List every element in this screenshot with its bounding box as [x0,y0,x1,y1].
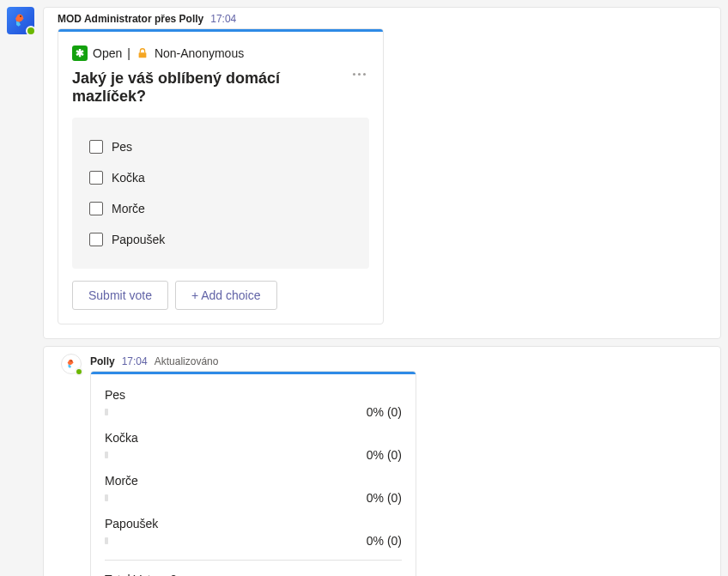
svg-point-2 [70,361,71,361]
result-item: Kočka 0% (0) [105,431,402,462]
poll-option[interactable]: Papoušek [72,224,369,255]
result-percent: 0% (0) [367,534,402,548]
svg-rect-1 [139,52,147,58]
result-progress-bar [105,494,108,501]
poll-status-row: ✱ Open | Non-Anonymous [72,45,369,61]
checkbox-icon[interactable] [89,171,103,185]
result-progress-bar [105,452,108,458]
option-label: Pes [112,140,132,154]
result-item: Pes 0% (0) [105,388,402,419]
checkbox-icon[interactable] [89,140,103,154]
poll-message: MOD Administrator přes Polly 17:04 ✱ Ope… [0,0,728,339]
checkbox-icon[interactable] [89,202,103,215]
result-percent: 0% (0) [367,448,402,462]
results-message: Polly 17:04 Aktualizováno Pes 0% (0) Koč [44,347,720,576]
result-item: Papoušek 0% (0) [105,517,402,548]
open-badge-icon: ✱ [72,45,88,61]
updated-label: Aktualizováno [155,355,219,367]
status-open-text: Open [93,46,122,60]
message-timestamp: 17:04 [122,355,148,367]
option-label: Kočka [112,171,145,185]
result-percent: 0% (0) [367,405,402,419]
option-label: Papoušek [112,233,165,246]
option-label: Morče [112,202,145,215]
presence-available-icon [26,26,36,36]
status-anon-text: Non-Anonymous [155,46,244,60]
result-progress-bar [105,409,108,415]
result-item: Morče 0% (0) [105,474,402,505]
total-votes: Total Votes: 0 [105,573,402,576]
result-label: Papoušek [105,517,402,531]
message-timestamp: 17:04 [210,13,236,25]
presence-available-icon [75,367,83,376]
sender-name: Polly [90,355,115,367]
poll-options-list: Pes Kočka Morče Papoušek [72,118,369,269]
svg-point-0 [20,15,21,17]
result-percent: 0% (0) [367,491,402,505]
more-options-button[interactable] [349,70,369,79]
result-progress-bar [105,537,108,544]
result-label: Kočka [105,431,402,445]
submit-vote-button[interactable]: Submit vote [72,281,168,310]
thread-wrapper: Polly 17:04 Aktualizováno Pes 0% (0) Koč [43,346,721,576]
poll-question: Jaký je váš oblíbený domácí mazlíček? [72,70,349,106]
add-choice-button[interactable]: + Add choice [175,281,277,310]
lock-icon [136,46,149,60]
polly-avatar [7,7,34,34]
status-divider: | [127,46,130,60]
sender-name: MOD Administrator přes Polly [58,13,203,25]
poll-option[interactable]: Morče [72,193,369,224]
polly-avatar-small [61,354,82,374]
divider [105,560,402,561]
poll-option[interactable]: Pes [72,131,369,162]
checkbox-icon[interactable] [89,233,103,246]
poll-option[interactable]: Kočka [72,162,369,193]
result-label: Morče [105,474,402,488]
result-label: Pes [105,388,402,402]
